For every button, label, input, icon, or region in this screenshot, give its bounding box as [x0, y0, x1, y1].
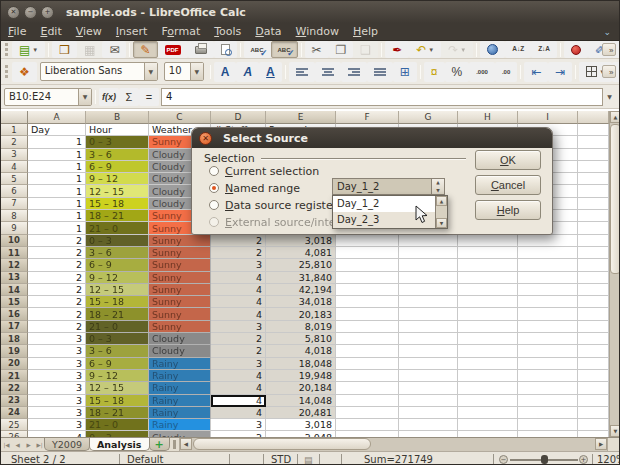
- cell-empty[interactable]: [399, 296, 458, 308]
- cell-A21[interactable]: 3: [28, 370, 86, 382]
- horizontal-scrollbar-thumb[interactable]: [193, 438, 371, 450]
- row-header-20[interactable]: 20: [1, 358, 28, 370]
- cell-E12[interactable]: 25,810: [266, 259, 336, 271]
- cell-A19[interactable]: 3: [28, 345, 86, 357]
- cell-B8[interactable]: 18 – 21: [86, 210, 149, 222]
- cell-A13[interactable]: 2: [28, 272, 86, 284]
- cell-empty[interactable]: [458, 321, 518, 333]
- cell-empty[interactable]: [336, 235, 399, 247]
- cell-B10[interactable]: 0 – 3: [86, 235, 149, 247]
- cell-empty[interactable]: [336, 382, 399, 394]
- column-header-F[interactable]: F: [336, 111, 399, 124]
- cell-empty[interactable]: [399, 345, 458, 357]
- cell-B25[interactable]: 21 – 0: [86, 419, 149, 431]
- menu-window[interactable]: Window: [289, 24, 346, 39]
- cell-empty[interactable]: [399, 407, 458, 419]
- sum-button[interactable]: Σ: [119, 88, 139, 106]
- cell-empty[interactable]: [336, 395, 399, 407]
- toolbar-drag-handle[interactable]: [5, 65, 8, 78]
- cell-empty[interactable]: [399, 382, 458, 394]
- cell-empty[interactable]: [399, 419, 458, 431]
- row-header-3[interactable]: 3: [1, 149, 28, 161]
- cell-B18[interactable]: 0 – 3: [86, 333, 149, 345]
- select-all-corner[interactable]: [1, 111, 28, 124]
- cell-empty[interactable]: [458, 333, 518, 345]
- cell-empty[interactable]: [458, 259, 518, 271]
- cancel-button[interactable]: Cancel: [475, 175, 541, 195]
- cell-D12[interactable]: 3: [211, 259, 266, 271]
- cell-D22[interactable]: 4: [211, 382, 266, 394]
- increase-indent-button[interactable]: ⇥: [548, 62, 572, 82]
- cell-empty[interactable]: [578, 222, 609, 234]
- cell-empty[interactable]: [518, 345, 578, 357]
- cell-E11[interactable]: 4,081: [266, 247, 336, 259]
- ok-button[interactable]: OK: [475, 150, 541, 170]
- row-header-19[interactable]: 19: [1, 345, 28, 357]
- cell-A8[interactable]: 1: [28, 210, 86, 222]
- minimize-button[interactable]: −: [24, 6, 37, 19]
- cell-empty[interactable]: [578, 198, 609, 210]
- cell-E13[interactable]: 31,840: [266, 272, 336, 284]
- toolbar-overflow-button[interactable]: »: [602, 65, 616, 78]
- sort-descending-button[interactable]: Z↓A: [531, 41, 557, 58]
- cell-D18[interactable]: 2: [211, 333, 266, 345]
- row-header-1[interactable]: 1: [1, 124, 28, 136]
- menu-view[interactable]: View: [69, 24, 109, 39]
- menubar-overflow-icon[interactable]: ⌄: [603, 27, 611, 37]
- cell-C25[interactable]: Rainy: [149, 419, 211, 431]
- cell-D11[interactable]: 2: [211, 247, 266, 259]
- cell-C22[interactable]: Rainy: [149, 382, 211, 394]
- cell-empty[interactable]: [518, 321, 578, 333]
- font-size-dropdown-icon[interactable]: ▼: [190, 63, 203, 80]
- menu-edit[interactable]: Edit: [33, 24, 68, 39]
- edit-mode-button[interactable]: ✎: [133, 41, 157, 58]
- cell-D19[interactable]: 2: [211, 345, 266, 357]
- cell-empty[interactable]: [458, 308, 518, 320]
- cell-empty[interactable]: [518, 407, 578, 419]
- vertical-scrollbar[interactable]: ▲ ▼: [609, 111, 620, 437]
- row-header-8[interactable]: 8: [1, 210, 28, 222]
- cell-A20[interactable]: 3: [28, 358, 86, 370]
- cell-C20[interactable]: Rainy: [149, 358, 211, 370]
- cell-A17[interactable]: 2: [28, 321, 86, 333]
- cell-C23[interactable]: Rainy: [149, 395, 211, 407]
- cell-E16[interactable]: 20,183: [266, 308, 336, 320]
- cell-A16[interactable]: 2: [28, 308, 86, 320]
- dropdown-scroll-up-icon[interactable]: ▲: [436, 196, 447, 206]
- cell-empty[interactable]: [399, 235, 458, 247]
- cell-E23[interactable]: 14,048: [266, 395, 336, 407]
- open-document-button[interactable]: ❒: [52, 41, 77, 58]
- cell-E20[interactable]: 18,048: [266, 358, 336, 370]
- cell-E18[interactable]: 5,810: [266, 333, 336, 345]
- cell-D24[interactable]: 4: [211, 407, 266, 419]
- cell-B14[interactable]: 12 – 15: [86, 284, 149, 296]
- align-right-button[interactable]: [341, 62, 367, 82]
- cell-empty[interactable]: [578, 333, 609, 345]
- cell-empty[interactable]: [518, 272, 578, 284]
- align-justified-button[interactable]: [367, 62, 393, 82]
- insert-chart-button[interactable]: [564, 41, 588, 58]
- sheet-tab-analysis[interactable]: Analysis: [89, 438, 150, 451]
- row-header-4[interactable]: 4: [1, 161, 28, 173]
- cell-empty[interactable]: [336, 333, 399, 345]
- cell-B21[interactable]: 9 – 12: [86, 370, 149, 382]
- cell-empty[interactable]: [578, 345, 609, 357]
- row-header-5[interactable]: 5: [1, 173, 28, 185]
- cell-A10[interactable]: 2: [28, 235, 86, 247]
- cell-E14[interactable]: 42,194: [266, 284, 336, 296]
- cell-empty[interactable]: [458, 296, 518, 308]
- spelling-button[interactable]: ABC: [244, 41, 271, 58]
- new-document-button[interactable]: ▤▼: [12, 41, 45, 58]
- cell-empty[interactable]: [336, 321, 399, 333]
- cell-empty[interactable]: [458, 370, 518, 382]
- cell-B20[interactable]: 6 – 9: [86, 358, 149, 370]
- dropdown-scrollbar[interactable]: ▲ ▼: [435, 196, 447, 228]
- redo-dropdown-icon[interactable]: ▼: [460, 47, 466, 53]
- cell-A22[interactable]: 3: [28, 382, 86, 394]
- cell-empty[interactable]: [336, 370, 399, 382]
- cell-A11[interactable]: 2: [28, 247, 86, 259]
- row-header-14[interactable]: 14: [1, 284, 28, 296]
- radio-current-selection[interactable]: Current selection: [209, 164, 319, 178]
- cell-empty[interactable]: [518, 370, 578, 382]
- cell-empty[interactable]: [578, 382, 609, 394]
